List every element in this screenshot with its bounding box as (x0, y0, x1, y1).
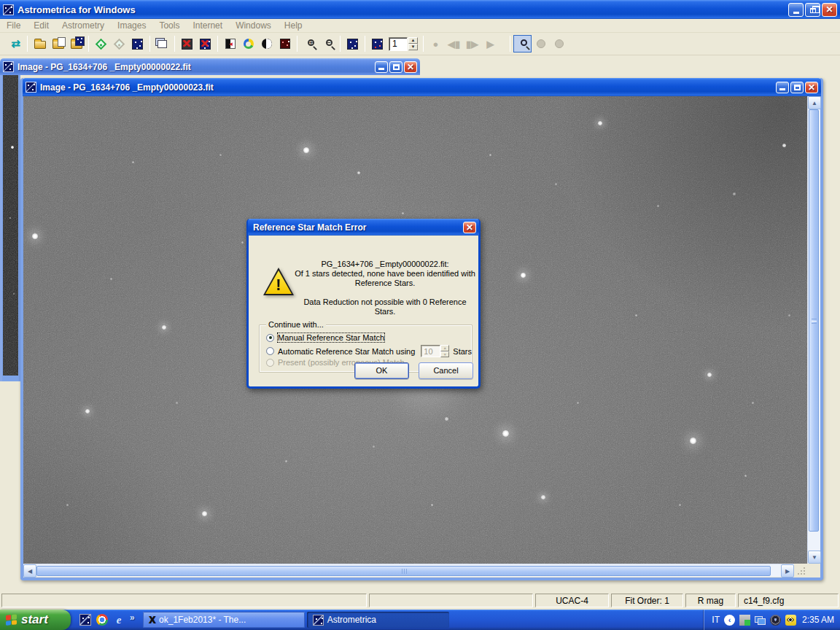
status-bar: UCAC-4 Fit Order: 1 R mag c14_f9.cfg (0, 591, 840, 610)
menu-help[interactable]: Help (278, 19, 309, 32)
copy-window-icon[interactable] (153, 35, 171, 52)
quicklaunch-chrome-icon[interactable] (96, 614, 108, 626)
tray-network-icon[interactable] (755, 615, 766, 626)
win23-maximize-button[interactable] (790, 82, 804, 93)
frame-up-button[interactable]: ▲ (408, 37, 418, 44)
manual-match-label[interactable]: Manual Reference Star Match (278, 333, 384, 342)
radio-manual-match[interactable] (266, 334, 274, 342)
magnifier-tool-icon[interactable] (513, 35, 532, 52)
radio-automatic-match[interactable] (266, 347, 274, 355)
tray-webcam-icon[interactable] (770, 615, 781, 626)
image-window-22-edge[interactable] (0, 75, 20, 381)
menu-internet[interactable]: Internet (186, 19, 229, 32)
image-window-22-titlebar[interactable]: Image - PG_1634+706 _Empty00000022.fit ✕ (0, 58, 420, 75)
menu-windows[interactable]: Windows (229, 19, 278, 32)
reject-star-icon[interactable] (178, 35, 196, 52)
frame-number-value[interactable]: 1 (389, 37, 408, 51)
dialog-close-button[interactable]: ✕ (463, 222, 476, 233)
app-close-button[interactable]: ✕ (822, 3, 837, 17)
star-field-icon[interactable] (343, 35, 362, 52)
star (162, 325, 166, 330)
zoom-in-icon[interactable] (300, 35, 319, 52)
star (598, 121, 602, 125)
load-images-icon[interactable] (67, 35, 85, 52)
star (11, 146, 14, 149)
image-window-22-image[interactable] (3, 75, 18, 376)
zoom-out-icon[interactable] (319, 35, 337, 52)
scroll-right-button[interactable]: ▶ (781, 564, 794, 578)
star (752, 402, 754, 404)
editor-app-icon: X (149, 614, 155, 626)
dialog-message: PG_1634+706 _Empty00000022.fit: Of 1 sta… (294, 260, 476, 316)
open-folder-icon[interactable] (31, 35, 49, 52)
ok-button[interactable]: OK (354, 362, 409, 379)
star (744, 475, 747, 477)
star (502, 430, 509, 437)
star (577, 402, 579, 404)
horizontal-scroll-thumb[interactable] (36, 566, 771, 576)
win22-minimize-button[interactable] (375, 61, 388, 73)
image-window-23-titlebar[interactable]: Image - PG_1634+706 _Empty00000023.fit ✕ (23, 78, 821, 96)
tool-disabled-1-icon (532, 35, 550, 52)
win23-close-button[interactable]: ✕ (805, 82, 818, 93)
quicklaunch-overflow-chevron[interactable]: » (130, 612, 135, 623)
menu-edit[interactable]: Edit (27, 19, 55, 32)
color-ring-icon[interactable] (239, 35, 257, 52)
automatic-match-label[interactable]: Automatic Reference Star Match using (278, 347, 415, 356)
stars-count-value: 10 (421, 345, 440, 357)
cancel-button[interactable]: Cancel (419, 362, 473, 379)
scroll-down-button[interactable]: ▼ (808, 551, 821, 564)
menu-file[interactable]: File (0, 19, 27, 32)
win22-maximize-button[interactable] (389, 61, 402, 73)
dialog-titlebar[interactable]: Reference Star Match Error ✕ (248, 219, 479, 236)
contrast-icon[interactable] (257, 35, 276, 52)
star (110, 278, 112, 280)
play-icon: ▶ (481, 35, 499, 52)
start-label: start (21, 612, 48, 627)
task-button-editor[interactable]: X ok_1Feb2013* - The... (143, 612, 305, 628)
app-restore-button[interactable] (805, 3, 820, 17)
star (679, 504, 681, 506)
settings-arrows-icon[interactable]: ⇄ (6, 35, 24, 52)
stars-up-button: ▲ (440, 345, 449, 351)
app-minimize-button[interactable] (788, 3, 804, 17)
frame-down-button[interactable]: ▼ (408, 44, 418, 50)
frame-number-spinner[interactable]: 1 ▲ ▼ (389, 37, 418, 51)
open-file-icon[interactable] (49, 35, 67, 52)
horizontal-scrollbar[interactable]: ◀ ▶ (23, 564, 794, 577)
status-panel-2 (369, 594, 533, 607)
task-button-astrometrica[interactable]: Astrometrica (307, 612, 449, 628)
option-automatic-match[interactable]: Automatic Reference Star Match using 10 … (266, 345, 472, 357)
quick-launch: e » (71, 614, 141, 626)
menu-astrometry[interactable]: Astrometry (55, 19, 111, 32)
start-button[interactable]: start (0, 610, 71, 630)
tray-collapse-chevron[interactable]: ‹ (724, 615, 735, 626)
tray-antivirus-icon[interactable] (785, 615, 796, 626)
tray-icon-1[interactable] (739, 615, 750, 626)
blink-icon[interactable] (221, 35, 239, 52)
vertical-scroll-thumb[interactable] (809, 109, 819, 532)
star (431, 504, 433, 506)
menu-images[interactable]: Images (111, 19, 152, 32)
image-window-23-icon (26, 82, 36, 93)
resize-grip[interactable] (794, 564, 807, 577)
win22-close-button[interactable]: ✕ (404, 61, 417, 73)
find-stars-icon[interactable] (368, 35, 386, 52)
quicklaunch-ie-icon[interactable]: e (113, 614, 125, 626)
quicklaunch-astrometrica-icon[interactable] (79, 614, 91, 626)
reference-star-match-error-dialog: Reference Star Match Error ✕ ! PG_1634+7… (246, 219, 481, 389)
menu-tools[interactable]: Tools (152, 19, 186, 32)
known-objects-icon[interactable] (128, 35, 147, 52)
language-indicator[interactable]: IT (712, 615, 720, 625)
star (635, 314, 637, 316)
star (373, 446, 375, 448)
star-marker-icon[interactable] (92, 35, 110, 52)
option-manual-match[interactable]: Manual Reference Star Match (266, 333, 384, 342)
star (541, 495, 545, 499)
scroll-left-button[interactable]: ◀ (23, 564, 36, 578)
win23-minimize-button[interactable] (776, 82, 789, 93)
background-map-icon[interactable] (276, 35, 294, 52)
scroll-up-button[interactable]: ▲ (808, 96, 821, 109)
vertical-scrollbar[interactable]: ▲ ▼ (807, 96, 820, 564)
reject-all-icon[interactable] (196, 35, 214, 52)
